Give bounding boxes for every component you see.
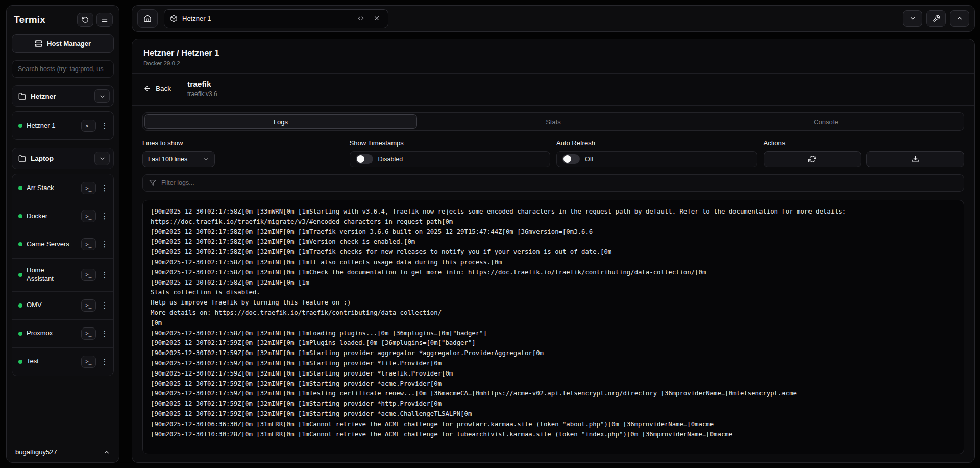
- reconnect-button[interactable]: [77, 13, 93, 27]
- group-collapse-button[interactable]: [94, 89, 110, 103]
- chevron-down-icon: [909, 15, 916, 22]
- tab-console[interactable]: Console: [690, 114, 962, 129]
- log-line: [90m2025-12-30T02:17:58Z[0m [32mINF[0m […: [151, 268, 956, 278]
- log-output[interactable]: [90m2025-12-30T02:17:58Z[0m [33mWRN[0m […: [142, 200, 964, 454]
- host-item[interactable]: Hetzner 1 >_ ⋮: [12, 112, 113, 139]
- log-line: [90m2025-12-30T02:17:58Z[0m [32mINF[0m […: [151, 329, 956, 339]
- status-dot: [18, 273, 22, 277]
- host-item[interactable]: Arr Stack >_ ⋮: [12, 174, 113, 202]
- filter-logs-input[interactable]: [161, 179, 958, 186]
- status-dot: [18, 124, 22, 128]
- server-panel: Hetzner / Hetzner 1 Docker 29.0.2 Back t…: [132, 39, 975, 463]
- log-line: [90m2025-12-30T02:17:59Z[0m [32mINF[0m […: [151, 389, 956, 399]
- host-manager-button[interactable]: Host Manager: [12, 34, 114, 53]
- kebab-menu-button[interactable]: ⋮: [100, 182, 109, 194]
- tools-button[interactable]: [926, 10, 946, 27]
- tab-stats[interactable]: Stats: [417, 114, 690, 129]
- menu-button[interactable]: [96, 13, 113, 27]
- host-label: Proxmox: [27, 329, 53, 338]
- log-controls: Lines to show Last 100 lines Show Timest…: [142, 139, 964, 167]
- terminal-button[interactable]: >_: [81, 210, 96, 222]
- auto-refresh-label: Auto Refresh: [556, 139, 757, 147]
- log-line: More details on: https://doc.traefik.io/…: [151, 308, 956, 318]
- host-group-laptop[interactable]: Laptop: [12, 148, 114, 169]
- tab-logs[interactable]: Logs: [144, 114, 417, 129]
- arrow-left-icon: [143, 85, 151, 92]
- home-button[interactable]: [137, 9, 158, 28]
- sidebar-header-buttons: [77, 13, 113, 27]
- host-item[interactable]: Home Assistant >_ ⋮: [12, 258, 113, 291]
- folder-icon: [18, 92, 26, 100]
- log-line: [0m: [151, 318, 956, 329]
- tab-hetzner-1[interactable]: Hetzner 1: [164, 9, 388, 28]
- terminal-button[interactable]: >_: [81, 327, 96, 340]
- log-line: [90m2025-12-30T02:17:59Z[0m [32mINF[0m […: [151, 348, 956, 359]
- kebab-menu-button[interactable]: ⋮: [100, 327, 109, 340]
- actions-buttons: [764, 151, 965, 167]
- chevron-down-icon: [203, 156, 209, 162]
- app-root: Termix Host Manager Hetzner H: [0, 0, 980, 468]
- status-dot: [18, 303, 22, 308]
- toggle-switch[interactable]: [356, 154, 373, 164]
- kebab-menu-button[interactable]: ⋮: [100, 299, 109, 312]
- kebab-menu-button[interactable]: ⋮: [100, 269, 109, 281]
- refresh-icon: [82, 16, 89, 24]
- host-search-input[interactable]: [12, 60, 114, 78]
- container-identity: traefik traefik:v3.6: [187, 80, 217, 98]
- wrench-icon: [933, 15, 940, 22]
- log-line: [90m2025-12-30T02:17:59Z[0m [32mINF[0m […: [151, 399, 956, 409]
- host-item[interactable]: Docker >_ ⋮: [12, 202, 113, 230]
- status-dot: [18, 332, 22, 336]
- host-group-hetzner[interactable]: Hetzner: [12, 85, 114, 107]
- terminal-button[interactable]: >_: [81, 356, 96, 368]
- show-timestamps-label: Show Timestamps: [350, 139, 551, 147]
- username: bugattiguy527: [15, 448, 57, 456]
- filter-logs-container: [142, 174, 964, 192]
- status-dot: [18, 186, 22, 190]
- log-line: [90m2025-12-30T02:17:59Z[0m [32mINF[0m […: [151, 409, 956, 419]
- download-logs-button[interactable]: [866, 151, 964, 167]
- status-dot: [18, 360, 22, 364]
- log-line: [90m2025-12-30T02:17:58Z[0m [32mINF[0m […: [151, 237, 956, 247]
- collapse-up-button[interactable]: [950, 10, 969, 27]
- close-tab-button[interactable]: [371, 13, 382, 24]
- log-line: [90m2025-12-30T02:17:59Z[0m [32mINF[0m […: [151, 369, 956, 379]
- terminal-button[interactable]: >_: [81, 120, 96, 132]
- kebab-menu-button[interactable]: ⋮: [100, 356, 109, 368]
- status-dot: [18, 242, 22, 246]
- group-name: Laptop: [31, 155, 90, 162]
- container-name: traefik: [187, 80, 217, 89]
- back-button[interactable]: Back: [143, 85, 171, 92]
- host-label: Hetzner 1: [27, 122, 55, 130]
- group-collapse-button[interactable]: [94, 152, 110, 165]
- sidebar-header: Termix: [12, 12, 114, 27]
- host-label: Docker: [27, 212, 47, 221]
- kebab-menu-button[interactable]: ⋮: [100, 238, 109, 250]
- terminal-button[interactable]: >_: [81, 182, 96, 194]
- collapse-down-button[interactable]: [903, 10, 922, 27]
- lines-to-show-select[interactable]: Last 100 lines: [142, 151, 215, 167]
- container-icon: [170, 15, 178, 22]
- terminal-button[interactable]: >_: [81, 269, 96, 281]
- auto-refresh-toggle[interactable]: Off: [556, 151, 757, 167]
- refresh-logs-button[interactable]: [764, 151, 862, 167]
- app-title: Termix: [14, 14, 45, 26]
- host-item[interactable]: Game Servers >_ ⋮: [12, 230, 113, 258]
- container-header: Back traefik traefik:v3.6: [132, 74, 974, 106]
- kebab-menu-button[interactable]: ⋮: [100, 120, 109, 132]
- host-item[interactable]: OMV >_ ⋮: [12, 291, 113, 319]
- host-item[interactable]: Test >_ ⋮: [12, 347, 113, 376]
- terminal-button[interactable]: >_: [81, 238, 96, 250]
- toggle-switch[interactable]: [562, 154, 580, 164]
- host-item[interactable]: Proxmox >_ ⋮: [12, 319, 113, 347]
- sidebar-footer[interactable]: bugattiguy527: [7, 441, 119, 462]
- main-area: Hetzner 1: [132, 5, 975, 463]
- split-view-button[interactable]: [355, 13, 366, 24]
- hamburger-menu-icon: [101, 16, 108, 24]
- log-line: [90m2025-12-30T02:17:58Z[0m [32mINF[0m […: [151, 278, 956, 288]
- kebab-menu-button[interactable]: ⋮: [100, 210, 109, 222]
- log-line: Stats collection is disabled.: [151, 288, 956, 298]
- terminal-button[interactable]: >_: [81, 299, 96, 312]
- server-icon: [35, 40, 42, 48]
- show-timestamps-toggle[interactable]: Disabled: [350, 151, 551, 167]
